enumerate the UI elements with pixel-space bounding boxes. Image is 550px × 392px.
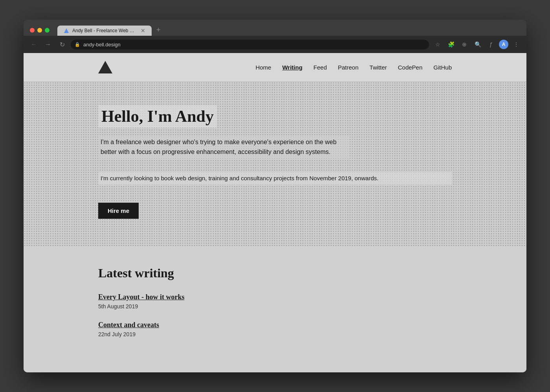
- article-date-1: 5th August 2019: [98, 303, 138, 310]
- active-tab[interactable]: Andy Bell - Freelance Web De… ✕: [57, 26, 152, 36]
- address-bar[interactable]: 🔒 andy-bell.design: [71, 40, 429, 49]
- nav-patreon[interactable]: Patreon: [338, 64, 359, 71]
- article-item-1: Every Layout - how it works 5th August 2…: [98, 293, 452, 310]
- hero-section: Hello, I'm Andy I'm a freelance web desi…: [24, 82, 526, 246]
- lock-icon: 🔒: [75, 42, 80, 47]
- back-button[interactable]: ←: [28, 39, 39, 50]
- toolbar-icons: ☆ 🧩 ⊕ 🔍 ƒ A ⋮: [432, 39, 522, 50]
- search-icon[interactable]: 🔍: [472, 39, 483, 50]
- browser-titlebar: Andy Bell - Freelance Web De… ✕ +: [24, 20, 526, 36]
- hero-description: I'm a freelance web designer who's tryin…: [98, 136, 350, 159]
- latest-writing-section: Latest writing Every Layout - how it wor…: [24, 246, 526, 372]
- tab-favicon-icon: [64, 28, 69, 33]
- forward-button[interactable]: →: [42, 39, 53, 50]
- tab-close-icon[interactable]: ✕: [141, 28, 145, 33]
- reader-icon[interactable]: ƒ: [486, 39, 497, 50]
- logo-triangle-icon: [98, 61, 112, 73]
- maximize-button[interactable]: [45, 28, 50, 33]
- site-logo[interactable]: [98, 61, 112, 73]
- bookmark-icon[interactable]: ☆: [432, 39, 443, 50]
- latest-writing-title: Latest writing: [98, 266, 452, 280]
- article-title-1[interactable]: Every Layout - how it works: [98, 293, 452, 301]
- profile-avatar[interactable]: A: [499, 40, 508, 49]
- site-nav: Home Writing Feed Patreon Twitter CodePe…: [255, 64, 452, 71]
- nav-home[interactable]: Home: [255, 64, 271, 71]
- nav-feed[interactable]: Feed: [314, 64, 327, 71]
- hero-booking: I'm currently looking to book web design…: [98, 172, 452, 185]
- article-date-2: 22nd July 2019: [98, 331, 136, 337]
- site-header: Home Writing Feed Patreon Twitter CodePe…: [24, 53, 526, 82]
- nav-twitter[interactable]: Twitter: [370, 64, 387, 71]
- browser-window: Andy Bell - Freelance Web De… ✕ + ← → ↻ …: [24, 20, 526, 372]
- tab-title: Andy Bell - Freelance Web De…: [72, 28, 138, 33]
- nav-codepen[interactable]: CodePen: [398, 64, 423, 71]
- minimize-button[interactable]: [37, 28, 42, 33]
- browser-toolbar: ← → ↻ 🔒 andy-bell.design ☆ 🧩 ⊕ 🔍 ƒ A ⋮: [24, 36, 526, 53]
- hero-title: Hello, I'm Andy: [98, 105, 217, 127]
- website-content: Home Writing Feed Patreon Twitter CodePe…: [24, 53, 526, 372]
- svg-marker-0: [64, 28, 69, 33]
- close-button[interactable]: [30, 28, 35, 33]
- reload-button[interactable]: ↻: [57, 39, 68, 50]
- address-text: andy-bell.design: [83, 42, 121, 48]
- translate-icon[interactable]: ⊕: [459, 39, 470, 50]
- nav-writing[interactable]: Writing: [282, 64, 302, 71]
- window-controls: [30, 28, 50, 33]
- extensions-icon[interactable]: 🧩: [446, 39, 456, 50]
- article-item-2: Context and caveats 22nd July 2019: [98, 321, 452, 338]
- nav-github[interactable]: GitHub: [433, 64, 452, 71]
- article-title-2[interactable]: Context and caveats: [98, 321, 452, 329]
- hire-me-button[interactable]: Hire me: [98, 203, 139, 219]
- menu-icon[interactable]: ⋮: [511, 39, 522, 50]
- tabs-bar: Andy Bell - Freelance Web De… ✕ +: [57, 24, 520, 36]
- new-tab-button[interactable]: +: [153, 24, 164, 36]
